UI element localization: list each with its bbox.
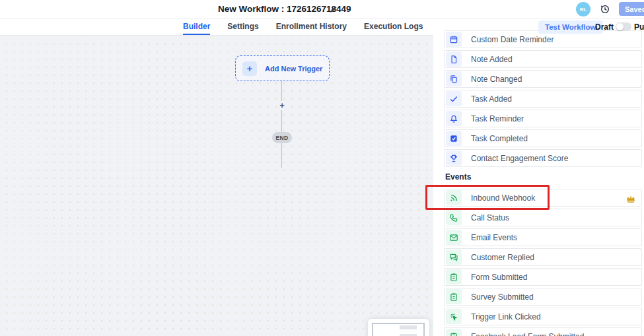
trigger-option-customer-replied[interactable]: Customer Replied [444,248,642,266]
trigger-option-task-added[interactable]: Task Added [444,90,642,108]
option-label: Note Added [471,55,513,64]
test-workflow-button[interactable]: Test Workflow [538,20,603,34]
crown-icon [626,193,636,204]
trigger-option-trigger-link-clicked[interactable]: Trigger Link Clicked [444,308,642,325]
clock-history-icon[interactable] [600,4,610,15]
email-icon [446,230,462,245]
trigger-picker-panel: Custom Date Reminder Note Added Note Cha… [433,29,644,336]
option-label: Survey Submitted [471,292,534,302]
option-label: Customer Replied [471,253,534,262]
chat-icon [446,250,462,265]
add-node-plus-icon[interactable]: + [277,101,287,110]
option-label: Call Status [471,213,509,222]
trophy-icon [446,151,462,166]
preview-placeholder-bar [400,325,417,329]
cursor-click-icon [446,309,462,324]
option-label: Task Reminder [471,114,524,123]
workflow-builder-app: New Workflow : 1726126718449 RL Saved Bu… [0,0,644,336]
trigger-option-survey-submitted[interactable]: Survey Submitted [444,288,642,306]
add-new-trigger-button[interactable]: + Add New Trigger [235,55,330,81]
webhook-icon [446,190,462,205]
option-label: Inbound Webhook [471,193,535,203]
clipboard-icon [446,269,462,285]
saved-button[interactable]: Saved [619,2,644,16]
end-node: END [272,132,292,143]
trigger-option-facebook-lead-form-submitted[interactable]: Facebook Lead Form Submitted [444,327,642,336]
trigger-option-email-events[interactable]: Email Events [444,228,642,246]
option-label: Task Completed [471,134,528,143]
trigger-option-form-submitted[interactable]: Form Submitted [444,268,642,286]
option-label: Facebook Lead Form Submitted [471,332,584,336]
option-label: Note Changed [471,75,522,84]
option-label: Form Submitted [471,273,527,282]
trigger-option-task-completed[interactable]: Task Completed [444,129,642,147]
preview-frame [372,323,425,336]
tab-execution-logs[interactable]: Execution Logs [364,18,423,35]
trigger-option-inbound-webhook[interactable]: Inbound Webhook [444,189,642,207]
clipboard-icon [446,329,462,336]
connector-line [281,81,282,168]
bell-icon [446,111,462,126]
tab-bar: Builder Settings Enrollment History Exec… [183,18,423,36]
plus-icon: + [242,61,257,76]
top-header: New Workflow : 1726126718449 RL Saved [0,0,644,18]
calendar-icon [446,32,462,47]
trigger-option-note-changed[interactable]: Note Changed [444,70,642,88]
clipboard-icon [446,289,462,304]
pencil-icon[interactable] [329,5,338,14]
note-changed-icon [446,71,462,86]
publish-toggle[interactable] [616,22,631,31]
trigger-option-call-status[interactable]: Call Status [444,209,642,226]
option-label: Contact Engagement Score [471,154,568,163]
option-label: Custom Date Reminder [471,35,554,44]
tab-builder[interactable]: Builder [183,18,210,35]
option-label: Task Added [471,94,512,104]
tab-settings[interactable]: Settings [227,18,258,35]
note-icon [446,51,462,67]
option-label: Trigger Link Clicked [471,312,541,321]
phone-icon [446,210,462,225]
events-section-header: Events [445,172,471,182]
trigger-option-note-added[interactable]: Note Added [444,50,642,68]
publish-label: Publish [634,22,644,32]
draft-label: Draft [595,22,614,32]
trigger-option-task-reminder[interactable]: Task Reminder [444,110,642,127]
task-completed-icon [446,131,462,146]
add-trigger-label: Add New Trigger [265,65,322,73]
trigger-option-contact-engagement-score[interactable]: Contact Engagement Score [444,149,642,167]
toggle-knob [616,23,624,30]
preview-popup[interactable] [368,319,429,336]
tab-enrollment-history[interactable]: Enrollment History [276,18,347,35]
check-icon [446,91,462,106]
workflow-canvas[interactable]: + Add New Trigger + END [0,36,433,336]
option-label: Email Events [471,233,517,242]
avatar[interactable]: RL [576,2,590,17]
